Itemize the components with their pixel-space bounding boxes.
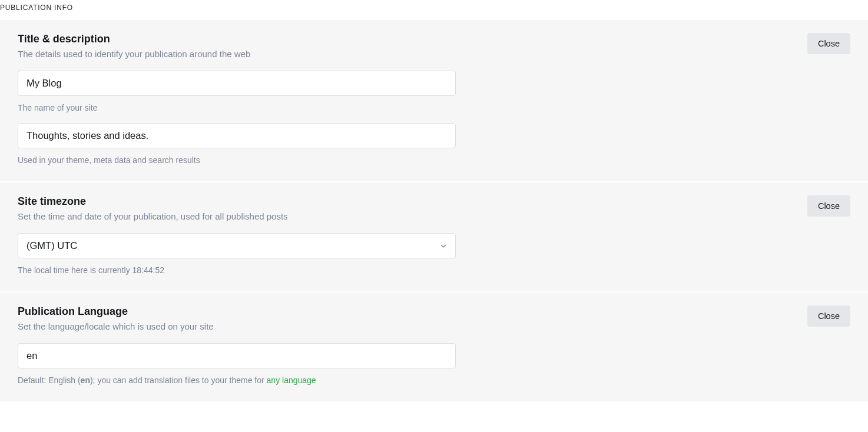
section-label: PUBLICATION INFO [0, 0, 868, 20]
language-help-bold: en [81, 375, 90, 385]
panel-subheading: The details used to identify your public… [18, 49, 250, 59]
panel-subheading: Set the time and date of your publicatio… [18, 211, 288, 221]
site-description-help: Used in your theme, meta data and search… [18, 155, 850, 165]
language-help-mid: ); you can add translation files to your… [90, 375, 267, 385]
close-button[interactable]: Close [807, 33, 850, 54]
language-input[interactable] [18, 343, 456, 368]
any-language-link[interactable]: any language [267, 375, 316, 385]
language-help: Default: English (en); you can add trans… [18, 375, 850, 385]
panel-subheading: Set the language/locale which is used on… [18, 321, 214, 331]
site-title-help: The name of your site [18, 103, 850, 112]
panel-site-timezone: Site timezone Set the time and date of y… [0, 182, 868, 291]
timezone-selected-value: (GMT) UTC [26, 240, 77, 251]
panel-heading: Site timezone [18, 195, 288, 208]
panel-heading: Title & description [18, 33, 250, 45]
language-help-prefix: Default: English ( [18, 375, 81, 385]
panel-heading: Publication Language [18, 305, 214, 318]
panel-title-description: Title & description The details used to … [0, 20, 868, 181]
timezone-select[interactable]: (GMT) UTC [18, 233, 456, 258]
chevron-down-icon [440, 242, 447, 250]
site-title-input[interactable] [18, 71, 456, 96]
close-button[interactable]: Close [807, 305, 850, 327]
timezone-help: The local time here is currently 18:44:5… [18, 265, 850, 275]
panel-publication-language: Publication Language Set the language/lo… [0, 293, 868, 401]
close-button[interactable]: Close [807, 195, 850, 217]
site-description-input[interactable] [18, 123, 456, 148]
